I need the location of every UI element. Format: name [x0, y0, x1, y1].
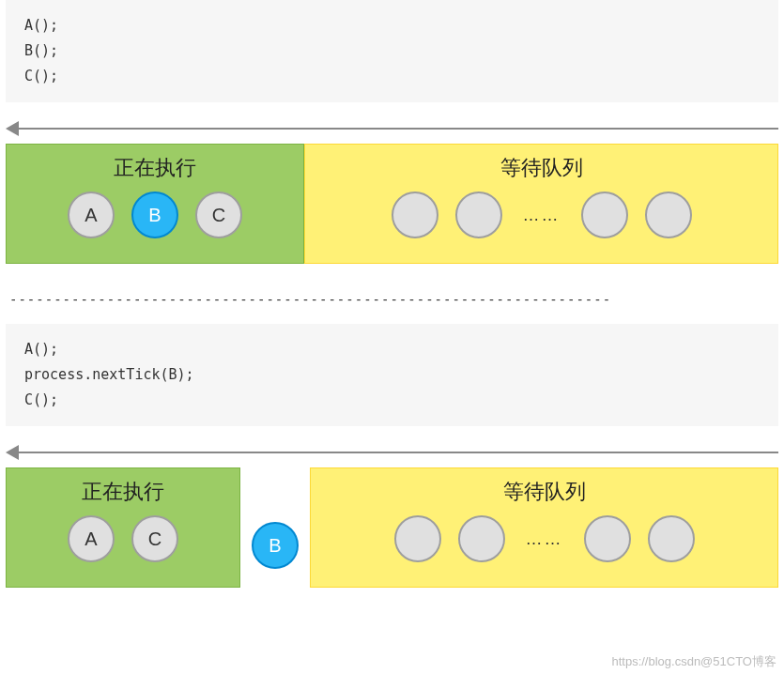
diagram-1: 正在执行 A B C 等待队列 ……: [6, 144, 778, 264]
task-circle-a: A: [68, 191, 115, 238]
queue-slot: [455, 191, 502, 238]
code-line: C();: [24, 64, 760, 89]
task-circle-a: A: [68, 515, 115, 562]
task-circle-c: C: [131, 515, 178, 562]
waiting-queue-box: 等待队列 ……: [310, 467, 778, 588]
waiting-title: 等待队列: [503, 478, 586, 506]
queue-slot: [645, 191, 692, 238]
arrow-shaft: [17, 128, 778, 130]
code-line: process.nextTick(B);: [24, 362, 760, 388]
task-circle-c: C: [195, 191, 242, 238]
task-circle-b-nexttick: B: [252, 522, 299, 569]
nexttick-slot: B: [240, 467, 310, 588]
waiting-circles: ……: [394, 515, 695, 562]
executing-box: 正在执行 A B C: [6, 144, 304, 264]
executing-circles: A C: [68, 515, 178, 562]
executing-circles: A B C: [68, 191, 242, 238]
task-circle-b-current: B: [131, 191, 178, 238]
flow-arrow-left-2: [6, 445, 778, 460]
queue-slot: [458, 515, 505, 562]
arrow-shaft: [17, 452, 778, 453]
queue-slot: [581, 191, 628, 238]
waiting-title: 等待队列: [500, 154, 583, 182]
code-line: A();: [24, 13, 760, 38]
code-block-1: A(); B(); C();: [6, 0, 778, 102]
watermark-text: https://blog.csdn@51CTO博客: [611, 653, 776, 670]
queue-slot: [648, 515, 695, 562]
section-separator: ----------------------------------------…: [9, 292, 775, 307]
code-line: A();: [24, 337, 760, 362]
waiting-circles: ……: [392, 191, 692, 238]
queue-slot: [584, 515, 631, 562]
queue-slot: [392, 191, 438, 238]
ellipsis-icon: ……: [522, 529, 567, 549]
executing-box: 正在执行 A C: [6, 467, 240, 588]
ellipsis-icon: ……: [519, 206, 564, 225]
diagram-2: 正在执行 A C B 等待队列 ……: [6, 467, 778, 588]
executing-title: 正在执行: [114, 154, 196, 182]
queue-slot: [394, 515, 441, 562]
waiting-queue-box: 等待队列 ……: [304, 144, 778, 264]
executing-title: 正在执行: [82, 478, 164, 506]
flow-arrow-left: [6, 121, 778, 136]
code-line: B();: [24, 38, 760, 64]
code-line: C();: [24, 388, 760, 413]
code-block-2: A(); process.nextTick(B); C();: [6, 324, 778, 426]
